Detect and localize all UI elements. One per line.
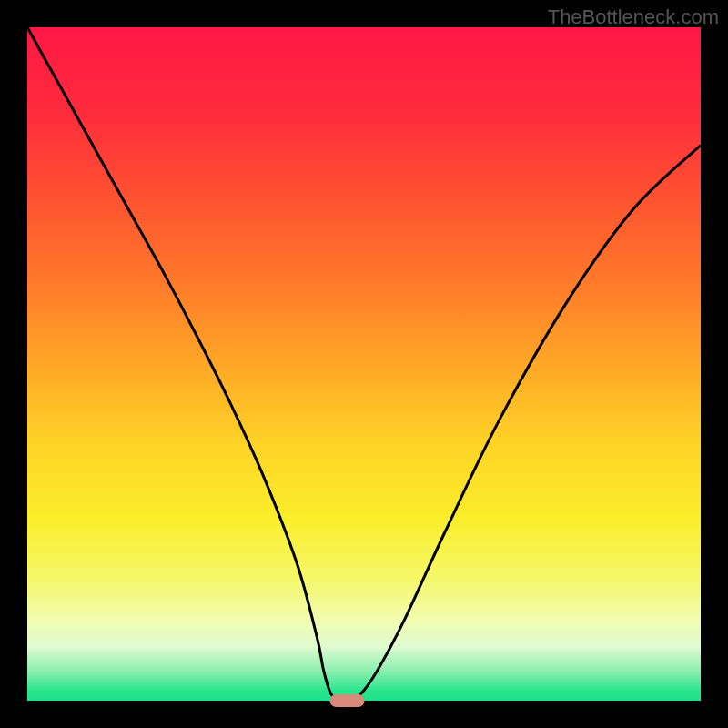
plot-background	[27, 27, 701, 701]
chart-frame: TheBottleneck.com	[0, 0, 728, 728]
watermark-text: TheBottleneck.com	[548, 5, 719, 29]
minimum-marker	[330, 694, 365, 707]
chart-svg	[0, 0, 728, 728]
